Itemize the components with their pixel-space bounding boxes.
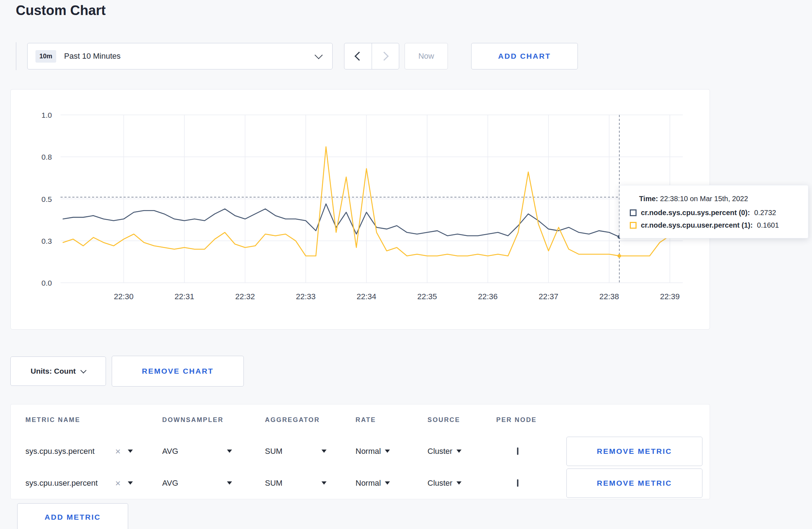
chevron-down-icon [315,51,323,59]
divider [16,42,16,70]
x-tick-label: 22:32 [235,292,255,301]
metric-name: sys.cpu.sys.percent [25,447,95,456]
chart-card: 0.00.30.50.81.022:3022:3122:3222:3322:34… [10,89,710,330]
header-metric-name: METRIC NAME [25,416,162,424]
tooltip-series-row: cr.node.sys.cpu.user.percent (1): 0.1601 [630,221,798,229]
header-aggregator: AGGREGATOR [265,416,356,424]
x-tick-label: 22:36 [478,292,498,301]
y-tick-label: 0.3 [42,237,52,245]
caret-down-icon [322,450,327,453]
x-tick-label: 22:39 [660,292,680,301]
clear-icon[interactable]: × [115,479,121,488]
chevron-left-icon [354,52,363,60]
rate-value: Normal [356,479,381,488]
per-node-checkbox[interactable] [517,447,518,455]
next-button[interactable] [372,43,399,69]
source-select[interactable]: Cluster [427,479,461,488]
metrics-table-header: METRIC NAME DOWNSAMPLER AGGREGATOR RATE … [11,404,710,435]
x-tick-label: 22:34 [357,292,376,301]
add-chart-button[interactable]: ADD CHART [471,43,578,69]
table-row: sys.cpu.sys.percent × AVG SUM Normal Clu… [11,435,710,467]
chart-tooltip: Time: 22:38:10 on Mar 15th, 2022 cr.node… [619,185,808,238]
x-tick-label: 22:37 [538,292,558,301]
downsampler-select[interactable]: AVG [162,447,232,456]
metric-select[interactable]: sys.cpu.sys.percent × [25,447,133,456]
table-row: sys.cpu.user.percent × AVG SUM Normal Cl… [11,467,710,499]
remove-metric-button[interactable]: REMOVE METRIC [566,437,702,466]
rate-value: Normal [356,447,381,456]
tooltip-time-row: Time: 22:38:10 on Mar 15th, 2022 [639,195,798,203]
x-tick-label: 22:33 [296,292,315,301]
add-metric-button[interactable]: ADD METRIC [17,503,128,529]
custom-chart-page: Custom Chart 10m Past 10 Minutes Now ADD… [0,0,812,529]
y-tick-label: 1.0 [42,111,52,119]
source-select[interactable]: Cluster [427,447,461,456]
y-tick-label: 0.5 [42,195,52,203]
time-nav-group [344,43,399,69]
remove-chart-button[interactable]: REMOVE CHART [112,356,244,387]
time-range-label: Past 10 Minutes [64,52,121,61]
header-downsampler: DOWNSAMPLER [162,416,265,424]
caret-down-icon [456,450,461,453]
downsampler-value: AVG [162,479,178,488]
rate-select[interactable]: Normal [356,479,390,488]
caret-down-icon [385,450,390,453]
caret-down-icon [227,481,232,485]
header-source: SOURCE [427,416,496,424]
tooltip-series-value: 0.2732 [754,209,776,217]
metric-name: sys.cpu.user.percent [25,479,98,488]
caret-down-icon [322,481,327,485]
tooltip-time-value: 22:38:10 on Mar 15th, 2022 [660,195,748,203]
x-tick-label: 22:38 [599,292,619,301]
tooltip-series-row: cr.node.sys.cpu.sys.percent (0): 0.2732 [630,209,798,217]
chevron-right-icon [380,52,389,60]
tooltip-time-label: Time: [639,195,658,203]
y-tick-label: 0.0 [42,279,52,287]
units-label: Units: Count [31,367,76,375]
aggregator-value: SUM [265,479,282,488]
caret-down-icon [456,481,461,485]
caret-down-icon [128,450,133,453]
downsampler-value: AVG [162,447,178,456]
time-range-select[interactable]: 10m Past 10 Minutes [27,43,333,69]
y-tick-label: 0.8 [42,153,52,161]
series-sys-swatch-icon [630,209,637,216]
per-node-checkbox[interactable] [517,479,518,487]
caret-down-icon [128,481,133,485]
tooltip-series-value: 0.1601 [757,221,779,229]
tooltip-series-name: cr.node.sys.cpu.user.percent (1): [641,221,753,229]
downsampler-select[interactable]: AVG [162,479,232,488]
chevron-down-icon [81,368,87,374]
prev-button[interactable] [344,43,372,69]
aggregator-value: SUM [265,447,282,456]
aggregator-select[interactable]: SUM [265,447,327,456]
clear-icon[interactable]: × [115,447,121,456]
source-value: Cluster [427,447,453,456]
page-title: Custom Chart [16,3,106,18]
now-button[interactable]: Now [405,43,448,69]
metrics-line-chart[interactable]: 0.00.30.50.81.022:3022:3122:3222:3322:34… [11,89,710,329]
header-per-node: PER NODE [496,416,566,424]
metric-select[interactable]: sys.cpu.user.percent × [25,479,133,488]
hover-dot [618,254,621,258]
tooltip-series-name: cr.node.sys.cpu.sys.percent (0): [641,209,750,217]
source-value: Cluster [427,479,453,488]
rate-select[interactable]: Normal [356,447,390,456]
x-tick-label: 22:31 [174,292,194,301]
x-tick-label: 22:30 [114,292,134,301]
header-rate: RATE [356,416,427,424]
aggregator-select[interactable]: SUM [265,479,327,488]
x-tick-label: 22:35 [417,292,437,301]
units-dropdown[interactable]: Units: Count [10,356,106,386]
remove-metric-button[interactable]: REMOVE METRIC [566,469,702,498]
metrics-table: METRIC NAME DOWNSAMPLER AGGREGATOR RATE … [10,404,710,499]
series-user-swatch-icon [630,222,637,229]
caret-down-icon [385,481,390,485]
time-range-badge: 10m [35,50,56,63]
caret-down-icon [227,450,232,453]
